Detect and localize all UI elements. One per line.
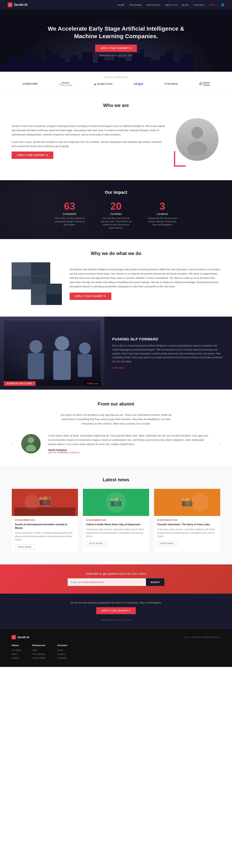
news-date-2: 24 DECEMBER 2018: [86, 519, 146, 521]
red-bracket-decoration: [174, 151, 186, 166]
svg-rect-5: [53, 350, 71, 380]
nav-blog[interactable]: BLOG: [182, 3, 189, 7]
footer-logo-icon: Z: [11, 635, 16, 639]
news-card-1-body: 09 DECEMBER 2018 Zeroth at International…: [12, 516, 78, 553]
impact-label-countries: Countries: [101, 212, 131, 215]
impact-stat-countries: 20 Countries Our Founders come from all …: [101, 201, 131, 229]
spotlight-learn-more[interactable]: Learn more →: [112, 367, 224, 369]
nav-about[interactable]: ABOUT US: [165, 3, 177, 7]
partner-deepcore: ■ DEEPCORE: [22, 83, 38, 85]
svg-point-2: [29, 340, 42, 353]
footer-cta-button[interactable]: APPLY FOR COHORT 5: [96, 607, 136, 614]
nav-program[interactable]: PROGRAM: [129, 3, 142, 7]
impact-label-companies: Companies: [54, 212, 85, 215]
crowd-background: [4, 320, 101, 386]
nav-apply[interactable]: APPLY: [209, 3, 217, 7]
why-title: Why we do what we do: [11, 251, 221, 256]
footer-link-press[interactable]: Press: [11, 653, 21, 655]
why-content: We believe that artificial intelligence …: [11, 262, 221, 305]
footer-link-linkedin[interactable]: LinkedIn: [57, 653, 68, 655]
hero-cta-button[interactable]: APPLY FOR COHORT 5: [95, 44, 137, 52]
footer-link-careers[interactable]: Careers: [11, 657, 21, 659]
partner-amazon: ☁ amazonweb services: [59, 82, 72, 86]
footer-link-faq[interactable]: FAQ: [33, 649, 46, 651]
hero-content: We Accelerate Early Stage Artificial Int…: [48, 25, 184, 57]
alumni-section: From our alumni Our goal is to serve our…: [0, 390, 232, 465]
alumni-intro: Our goal is to serve our founders in any…: [58, 413, 174, 426]
why-paragraph: We believe that artificial intelligence …: [70, 267, 221, 289]
spotlight-text: Fano Labs is a Hong Kong-based artificia…: [112, 344, 224, 364]
who-paragraph-2: In just over a year, Zeroth has invested…: [11, 140, 166, 148]
nav-contact[interactable]: CONTACT: [193, 3, 205, 7]
footer-col-connect: Connect Email LinkedIn Facebook: [57, 644, 68, 661]
news-title-2: Cohort 4 holds Mock Demo Day at Exploreu…: [86, 523, 146, 526]
alumni-prev-arrow[interactable]: ‹: [11, 441, 13, 446]
spotlight-people: [0, 317, 104, 390]
alumni-photo: [21, 434, 41, 454]
spotlight-badge: STARTUP SPOTLIGHT: [4, 381, 36, 386]
who-we-are-title: Who we are: [11, 103, 221, 108]
nav-portfolio[interactable]: PORTFOLIO: [146, 3, 160, 7]
svg-point-4: [55, 336, 69, 350]
newsletter-email-input[interactable]: [68, 578, 146, 586]
news-image-1: 📸: [12, 489, 78, 516]
alumni-quote-text: Lorem ipsum dolor sit amet, consectetur …: [48, 434, 211, 446]
read-more-btn-2[interactable]: READ MORE: [86, 541, 106, 546]
svg-point-9: [26, 445, 36, 452]
spotlight-title: PUSHING NLP FORWARD: [112, 337, 224, 341]
footer-cta-text: We are currently accepting applications …: [11, 601, 221, 604]
alumni-title: From our alumni: [11, 401, 221, 407]
partners-title: GLOBAL PARTNERS: [11, 76, 221, 79]
alumni-next-arrow[interactable]: ›: [219, 441, 221, 446]
read-more-btn-3[interactable]: READ MORE: [157, 541, 177, 546]
footer-links: About Our Team Press Careers Resources F…: [11, 644, 221, 661]
spotlight-section: STARTUP SPOTLIGHT FANOLabs PUSHING NLP F…: [0, 317, 232, 390]
impact-desc-countries: Our Founders come from all over the worl…: [101, 217, 131, 229]
news-card-2-body: 24 DECEMBER 2018 Cohort 4 holds Mock Dem…: [83, 516, 149, 549]
newsletter-submit-button[interactable]: Submit: [146, 578, 164, 586]
impact-number-countries: 20: [101, 201, 131, 211]
footer-link-for-investors[interactable]: For Investors: [33, 653, 46, 655]
footer-logo: Z Zeroth AI: [11, 635, 29, 639]
news-card-1: 📸 09 DECEMBER 2018 Zeroth at Internation…: [11, 489, 78, 553]
read-more-btn-1[interactable]: READ MORE: [15, 545, 35, 550]
svg-text:📸: 📸: [110, 495, 122, 507]
newsletter-form: Submit: [68, 578, 164, 586]
footer-link-privacy[interactable]: Privacy Policy: [33, 657, 46, 659]
footer-link-our-team[interactable]: Our Team: [11, 649, 21, 651]
alumni-name: Daniel Callaghan: [48, 449, 211, 452]
logo-text: Zeroth AI: [14, 3, 28, 7]
nav-home[interactable]: HOME: [118, 3, 125, 7]
impact-stat-locations: 3 Locations Starting with 034, we now ha…: [147, 201, 178, 229]
hero-section: We Accelerate Early Stage Artificial Int…: [0, 10, 232, 72]
footer: Z Zeroth AI 2019 © Zeroth AI. All Rights…: [0, 629, 232, 667]
impact-desc-companies: Since 2016, we have almost 63 companies …: [54, 217, 85, 226]
why-images: [11, 262, 62, 305]
why-cta-button[interactable]: APPLY FOR COHORT 5: [70, 292, 111, 300]
svg-point-6: [79, 342, 91, 354]
news-excerpt-1: Lorem ipsum dolor sit amet, consectetur …: [15, 531, 75, 541]
news-card-3: 📸 09 DECEMBER 2018 Founder Interviews: T…: [154, 489, 221, 553]
footer-deadline: Application closes July 30, 2019: [101, 619, 131, 621]
partner-google: ☁ Google Cloud: [93, 82, 112, 86]
impact-content: Our impact 63 Companies Since 2016, we h…: [11, 190, 221, 229]
logo-icon: Z: [8, 2, 12, 7]
footer-top: Z Zeroth AI 2019 © Zeroth AI. All Rights…: [11, 635, 221, 639]
navbar-logo[interactable]: Z Zeroth AI: [8, 2, 28, 7]
partners-logos: ■ DEEPCORE ☁ amazonweb services ☁ Google…: [11, 82, 221, 86]
impact-desc-locations: Starting with 034, we now have cohorts s…: [147, 217, 178, 226]
footer-col-resources: Resources FAQ For Investors Privacy Poli…: [33, 644, 46, 661]
impact-stats: 63 Companies Since 2016, we have almost …: [11, 201, 221, 229]
who-cta-button[interactable]: APPLY FOR COHORT 5: [11, 152, 53, 159]
why-text: We believe that artificial intelligence …: [70, 267, 221, 300]
impact-number-locations: 3: [147, 201, 178, 211]
spotlight-info: PUSHING NLP FORWARD Fano Labs is a Hong …: [104, 317, 232, 390]
svg-text:📸: 📸: [38, 494, 51, 506]
footer-link-email[interactable]: Email: [57, 649, 68, 651]
who-text: Zeroth is Asia's first accelerator progr…: [11, 124, 166, 159]
footer-col-about: About Our Team Press Careers: [11, 644, 21, 661]
globe-icon[interactable]: 🌐: [221, 3, 224, 6]
newsletter-title: Subscribe to get updates about the next …: [11, 572, 221, 575]
partner-digitalocean: ⦿ DigitalOcean: [199, 82, 210, 86]
footer-link-facebook[interactable]: Facebook: [57, 657, 68, 659]
